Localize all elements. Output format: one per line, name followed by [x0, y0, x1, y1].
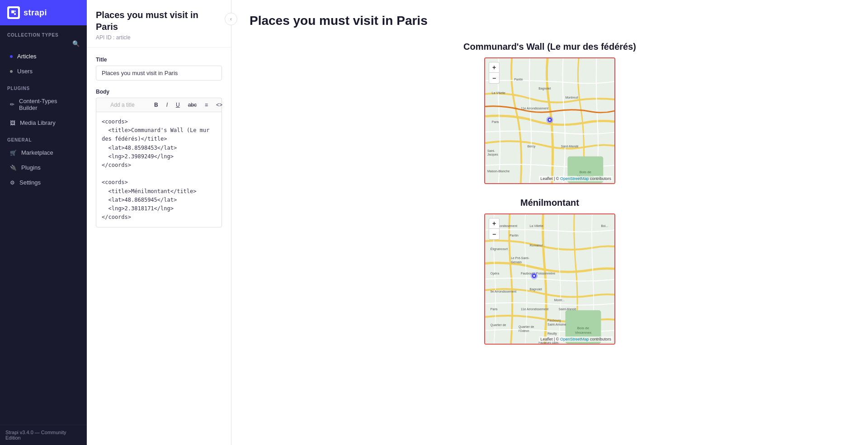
content-panel-body: Title Body Add a title B I U abc ≡ <> <c…: [87, 47, 231, 245]
svg-text:Opéra: Opéra: [491, 272, 499, 275]
svg-text:Faubourg: Faubourg: [547, 319, 561, 322]
map-1-controls: + −: [489, 62, 500, 84]
content-panel: ‹ Places you must visit in Paris API ID …: [87, 0, 231, 445]
sidebar-item-articles[interactable]: Articles: [3, 49, 84, 63]
svg-text:Maison-Blanche: Maison-Blanche: [487, 170, 509, 173]
sidebar-item-marketplace[interactable]: 🛒 Marketplace: [3, 146, 84, 160]
place-item-2: Ménilmontant + −: [250, 198, 850, 345]
svg-text:Bagnolet: Bagnolet: [538, 87, 551, 90]
editor-heading-button[interactable]: Add a title: [100, 100, 145, 110]
svg-text:l'Odéon: l'Odéon: [519, 329, 529, 332]
map-2-zoom-out[interactable]: −: [489, 229, 500, 240]
svg-text:Romainvi...: Romainvi...: [530, 244, 546, 247]
sidebar-item-articles-label: Articles: [17, 53, 37, 60]
svg-text:Saint-: Saint-: [487, 149, 495, 152]
map-1-attribution: Leaflet | © OpenStreetMap contributors: [539, 176, 613, 181]
map-2-attribution: Leaflet | © OpenStreetMap contributors: [539, 336, 613, 342]
strapi-logo-icon: [7, 6, 20, 19]
sidebar: strapi Collection Types 🔍 Articles Users…: [0, 0, 87, 445]
body-field-group: Body Add a title B I U abc ≡ <> <coords>…: [96, 89, 222, 227]
sidebar-item-users-label: Users: [17, 68, 33, 75]
sidebar-logo-text: strapi: [24, 8, 47, 18]
svg-text:Reuilly: Reuilly: [547, 332, 557, 336]
map-2: + −: [484, 213, 615, 345]
italic-button[interactable]: I: [163, 100, 171, 110]
sidebar-item-settings-label: Settings: [19, 179, 41, 186]
body-field-label: Body: [96, 89, 222, 95]
bold-button[interactable]: B: [151, 100, 162, 110]
svg-text:Quartier de: Quartier de: [519, 325, 534, 329]
content-panel-header: Places you must visit in Paris API ID : …: [87, 0, 231, 47]
svg-text:Bercy: Bercy: [528, 145, 536, 148]
svg-text:Pantin: Pantin: [509, 234, 519, 237]
plugins-icon: 🔌: [10, 165, 17, 171]
sidebar-version: Strapi v3.4.0 — Community Edition: [0, 425, 87, 445]
sidebar-item-marketplace-label: Marketplace: [21, 149, 53, 156]
svg-text:Pantin: Pantin: [514, 78, 523, 81]
sidebar-item-plugins-label: Plugins: [21, 164, 41, 171]
collection-types-label: Collection Types: [0, 25, 87, 40]
svg-text:Saint-Antoine: Saint-Antoine: [547, 323, 566, 326]
svg-point-47: [533, 275, 535, 277]
svg-point-18: [549, 119, 551, 121]
svg-text:Boi...: Boi...: [601, 224, 608, 227]
map-1-svg: Bois de Vincennes Paris 11e Arrondisseme…: [485, 58, 614, 183]
general-label: General: [0, 130, 87, 145]
active-dot: [10, 55, 13, 58]
map-1: + −: [484, 57, 615, 184]
sidebar-item-content-types-builder[interactable]: ✏ Content-Types Builder: [3, 94, 84, 115]
pencil-icon: ✏: [10, 101, 14, 108]
preview-area: Places you must visit in Paris Communard…: [231, 0, 868, 445]
title-field-label: Title: [96, 57, 222, 63]
map-2-svg: Bois de Vincennes 18e Arrondissement Pan…: [485, 214, 614, 344]
svg-text:Paris: Paris: [492, 120, 499, 123]
sidebar-item-media-library[interactable]: 🖼 Media Library: [3, 116, 84, 130]
title-field-group: Title: [96, 57, 222, 80]
svg-text:Bois de: Bois de: [577, 326, 590, 330]
sidebar-item-settings[interactable]: ⚙ Settings: [3, 175, 84, 189]
code-button[interactable]: <>: [212, 100, 226, 110]
svg-text:Vincennes: Vincennes: [575, 331, 592, 335]
collapse-panel-button[interactable]: ‹: [225, 13, 237, 25]
plugins-label: Plugins: [0, 79, 87, 94]
svg-text:Le Pré-Saint-: Le Pré-Saint-: [511, 256, 529, 260]
editor-body[interactable]: <coords> <title>Communard's Wall (Le mur…: [96, 112, 222, 227]
list-button[interactable]: ≡: [201, 100, 212, 110]
svg-text:Jacques: Jacques: [487, 153, 498, 156]
svg-text:Saint-Mandé: Saint-Mandé: [559, 308, 576, 311]
sidebar-item-users[interactable]: Users: [3, 64, 84, 78]
svg-text:Bois de: Bois de: [580, 170, 592, 174]
place-2-title: Ménilmontant: [250, 198, 850, 208]
svg-text:Quartier de: Quartier de: [491, 323, 506, 327]
search-icon[interactable]: 🔍: [72, 40, 80, 47]
sidebar-item-plugins[interactable]: 🔌 Plugins: [3, 161, 84, 175]
map-1-zoom-in[interactable]: +: [489, 62, 500, 73]
svg-text:Montr...: Montr...: [554, 298, 565, 302]
svg-text:Paris: Paris: [491, 308, 498, 311]
image-icon: 🖼: [10, 120, 15, 126]
svg-text:Élignancourt: Élignancourt: [491, 247, 508, 251]
sidebar-logo[interactable]: strapi: [0, 0, 87, 25]
svg-text:La Villette: La Villette: [530, 224, 543, 227]
settings-icon: ⚙: [10, 180, 15, 186]
sidebar-item-ctb-label: Content-Types Builder: [19, 98, 77, 111]
underline-button[interactable]: U: [172, 100, 184, 110]
content-panel-api-id: API ID : article: [96, 34, 222, 41]
map-1-zoom-out[interactable]: −: [489, 73, 500, 84]
svg-text:Saint-Mandé: Saint-Mandé: [561, 145, 579, 148]
marketplace-icon: 🛒: [10, 150, 17, 156]
svg-text:Montreuil: Montreuil: [566, 96, 579, 99]
dot-users: [10, 70, 13, 73]
map-2-zoom-in[interactable]: +: [489, 218, 500, 229]
editor-toolbar: Add a title B I U abc ≡ <>: [96, 98, 222, 112]
svg-text:Gervais: Gervais: [511, 260, 522, 264]
svg-text:La Villette: La Villette: [492, 91, 505, 95]
place-1-title: Communard's Wall (Le mur des fédérés): [250, 42, 850, 52]
map-2-controls: + −: [489, 218, 500, 240]
title-input[interactable]: [96, 66, 222, 80]
place-item-1: Communard's Wall (Le mur des fédérés) + …: [250, 42, 850, 184]
svg-text:11e Arrondissement: 11e Arrondissement: [521, 107, 548, 110]
content-panel-title: Places you must visit in Paris: [96, 9, 222, 33]
strikethrough-button[interactable]: abc: [184, 100, 200, 110]
svg-text:Faubourg Poissonnière: Faubourg Poissonnière: [521, 271, 555, 275]
